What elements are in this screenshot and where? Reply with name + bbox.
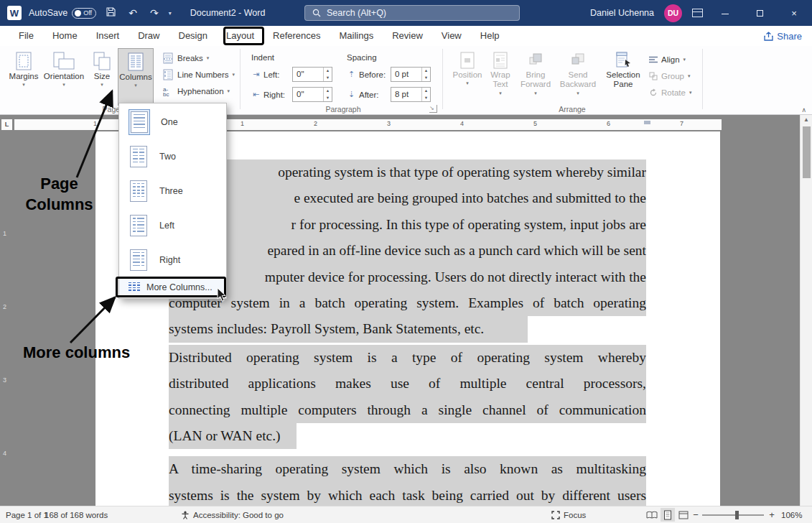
menu-item-right[interactable]: Right [119,243,226,277]
zoom-slider[interactable] [702,506,764,523]
para1-line1[interactable]: operating system is that type of operati… [169,159,646,185]
align-icon [649,56,658,63]
maximize-button[interactable] [747,8,772,19]
ribbon-tabs: File Home Insert Draw Design Layout Refe… [0,26,812,46]
spacing-after-input[interactable]: 8 pt ▲▼ [391,87,431,102]
word-logo-icon[interactable]: W [7,6,22,20]
word-window: W AutoSave Off ↶ ↷ ▾ Document2 - Word Se… [0,0,812,523]
spacing-before-spinner[interactable]: ▲▼ [421,68,430,81]
hyphenation-button[interactable]: a-bc Hyphenation▾ [162,85,230,97]
user-name[interactable]: Daniel Uchenna [590,8,654,18]
undo-button[interactable]: ↶ [126,7,140,19]
vertical-scrollbar[interactable]: ▲ [800,115,812,506]
spacing-before-row: ⇡ Before: 0 pt ▲▼ [347,67,431,82]
read-mode-button[interactable] [645,508,659,522]
indent-right-input[interactable]: 0" ▲▼ [292,87,332,102]
hyphenation-icon: a-bc [162,85,174,97]
tab-file[interactable]: File [9,26,43,46]
print-layout-button[interactable] [661,508,675,522]
tab-home[interactable]: Home [43,26,87,46]
autosave-label: AutoSave [29,8,67,18]
word-count[interactable]: 168 of 168 words [45,506,108,523]
para2-line2[interactable]: distributed applications makes use of mu… [169,371,646,397]
orientation-button[interactable]: Orientation▾ [42,48,86,106]
quick-access-chevron-icon[interactable]: ▾ [169,10,172,17]
tab-insert[interactable]: Insert [87,26,129,46]
para1-line4[interactable]: epared in an off-line device such as a p… [169,238,646,264]
share-button[interactable]: Share [764,26,802,46]
indent-left-row: ⇥ Left: 0" ▲▼ [251,67,332,82]
bring-forward-button[interactable]: Bring Forward▾ [518,48,553,106]
size-button[interactable]: Size▾ [88,48,116,106]
close-button[interactable]: × [782,8,806,19]
para1-line5[interactable]: mputer device for processing. Users do n… [169,264,646,290]
line-numbers-button[interactable]: Line Numbers▾ [162,68,235,80]
para3-line1[interactable]: A time-sharing operating system which is… [169,456,646,482]
more-columns-highlight-box [116,277,226,297]
zoom-slider-thumb[interactable] [735,511,739,519]
para1-line3[interactable]: r for processing. In this type of operat… [169,212,646,238]
send-backward-button[interactable]: Send Backward▾ [556,48,600,106]
avatar[interactable]: DU [664,4,682,22]
tab-draw[interactable]: Draw [129,26,169,46]
selection-pane-button[interactable]: Selection Pane [603,48,643,106]
rotate-icon [649,88,658,97]
search-bar[interactable]: Search (Alt+Q) [304,5,520,21]
scroll-up-icon[interactable]: ▲ [801,116,812,123]
para1-line2[interactable]: e executed are being grouped into batche… [169,185,646,211]
search-icon [312,9,321,17]
status-bar: Page 1 of 1 168 of 168 words Accessibili… [0,506,812,523]
para2-line3[interactable]: connecting multiple computers through a … [169,397,646,423]
para2-line1[interactable]: Distributed operating system is a type o… [169,345,646,371]
annotation-more-columns: More columns [23,343,130,362]
minimize-button[interactable] [713,8,737,19]
para2-line4[interactable]: (LAN or WAN etc.) [169,423,646,449]
indent-left-input[interactable]: 0" ▲▼ [292,67,332,82]
tab-review[interactable]: Review [383,26,432,46]
indent-right-spinner[interactable]: ▲▼ [323,88,332,101]
indent-left-icon: ⇥ [251,70,261,79]
menu-item-left[interactable]: Left [119,208,226,243]
tab-view[interactable]: View [432,26,471,46]
indent-left-spinner[interactable]: ▲▼ [323,68,332,81]
rotate-button[interactable]: Rotate▾ [649,86,691,98]
save-button[interactable] [103,7,118,19]
spacing-before-input[interactable]: 0 pt ▲▼ [391,67,431,82]
breaks-button[interactable]: Breaks▾ [162,52,209,64]
menu-item-one[interactable]: One [119,105,226,139]
zoom-out-button[interactable]: − [691,506,701,523]
wrap-text-button[interactable]: Wrap Text▾ [485,48,515,106]
collapse-ribbon-icon[interactable]: ∧ [801,106,806,114]
columns-button[interactable]: Columns▾ [118,48,154,106]
tab-references[interactable]: References [263,26,330,46]
tab-help[interactable]: Help [471,26,509,46]
para1-line6[interactable]: computer system in a batch operating sys… [169,290,646,316]
spacing-after-spinner[interactable]: ▲▼ [421,88,430,101]
breaks-icon [162,52,174,64]
align-button[interactable]: Align▾ [649,53,686,65]
tab-selector[interactable]: L [1,119,12,130]
tab-mailings[interactable]: Mailings [330,26,383,46]
focus-toggle[interactable]: Focus [551,506,586,523]
web-layout-button[interactable] [676,508,691,522]
position-button[interactable]: Position▾ [451,48,484,106]
indent-marker-right[interactable] [644,121,650,124]
margins-button[interactable]: Margins▾ [7,48,40,106]
zoom-in-button[interactable]: + [767,506,777,523]
scrollbar-thumb[interactable] [803,126,811,178]
menu-item-three[interactable]: Three [119,174,226,208]
ribbon-display-options-icon[interactable] [692,9,703,17]
group-button[interactable]: Group▾ [649,70,690,82]
redo-button[interactable]: ↷ [147,7,162,19]
autosave-toggle[interactable]: AutoSave Off [29,8,96,19]
menu-item-two[interactable]: Two [119,139,226,174]
accessibility-status[interactable]: Accessibility: Good to go [181,506,284,523]
para3-line2[interactable]: systems is the system by which each task… [169,483,646,506]
tab-design[interactable]: Design [169,26,217,46]
page-indicator[interactable]: Page 1 of 1 [6,506,48,523]
group-label-arrange: Arrange [529,105,615,114]
para1-line7[interactable]: systems includes: Payroll System, Bank S… [169,316,646,342]
autosave-knob [75,10,81,17]
zoom-level[interactable]: 106% [781,506,802,523]
paragraph-dialog-launcher[interactable]: ↘ [429,105,437,113]
